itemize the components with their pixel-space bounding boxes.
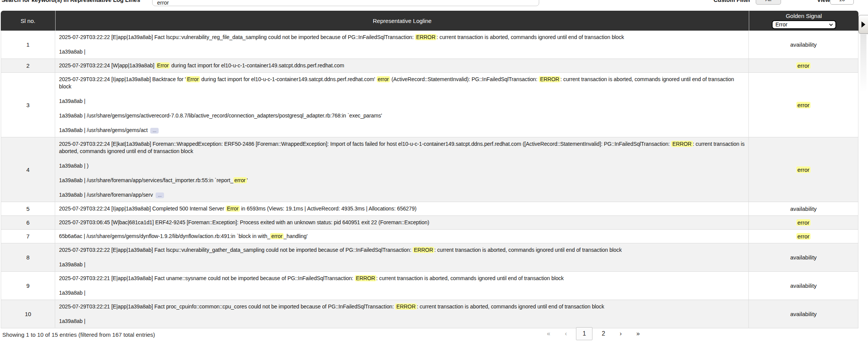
keyword-highlight: error — [796, 102, 811, 108]
table-row: 32025-07-29T03:22:24 [I|app|1a39a8ab] Ba… — [1, 73, 858, 137]
keyword-highlight: Error — [156, 62, 170, 68]
table-row: 52025-07-29T03:22:24 [I|app|1a39a8ab] Co… — [1, 202, 858, 216]
row-serial-number: 4 — [1, 137, 55, 202]
scroll-shade — [860, 34, 866, 92]
log-table-body: 12025-07-29T03:22:22 [E|app|1a39a8ab] Fa… — [1, 31, 858, 328]
golden-signal-value: error — [749, 73, 858, 137]
keyword-search-input[interactable] — [152, 0, 539, 6]
table-header-row: Sl no. Representative Logline Golden Sig… — [1, 11, 858, 31]
row-serial-number: 2 — [1, 59, 55, 73]
page-size-select[interactable]: 10 — [830, 0, 854, 5]
golden-signal-filter-value: Error — [776, 21, 788, 28]
golden-signal-value: availability — [749, 31, 858, 59]
row-serial-number: 1 — [1, 31, 55, 59]
pagination-prev-button[interactable]: ‹ — [560, 327, 572, 340]
keyword-highlight: ERROR — [395, 303, 417, 310]
row-serial-number: 3 — [1, 73, 55, 137]
row-serial-number: 9 — [1, 272, 55, 300]
row-serial-number: 5 — [1, 202, 55, 216]
view-label: View — [817, 0, 830, 3]
expand-log-ellipsis-button[interactable]: ... — [150, 128, 159, 134]
keyword-highlight: Error — [226, 205, 240, 212]
table-row: 82025-07-29T03:22:22 [E|app|1a39a8ab] Fa… — [1, 243, 858, 272]
expand-log-ellipsis-button[interactable]: ... — [156, 192, 164, 198]
log-table: Sl no. Representative Logline Golden Sig… — [1, 11, 858, 328]
representative-logline-cell: 2025-07-29T03:22:21 [E|app|1a39a8ab] Fac… — [55, 272, 749, 300]
pagination: « ‹ 1 2 › » — [540, 327, 647, 340]
column-header-logline[interactable]: Representative Logline — [55, 11, 749, 31]
page-size-value: 10 — [839, 0, 845, 2]
representative-logline-cell: 2025-07-29T03:22:22 [E|app|1a39a8ab] Fac… — [55, 31, 749, 59]
golden-signal-value: availability — [749, 272, 858, 300]
golden-signal-value: availability — [749, 202, 858, 216]
representative-logline-cell: 2025-07-29T03:22:24 [E|kat|1a39a8ab] For… — [55, 137, 749, 202]
golden-signal-value: error — [749, 137, 858, 202]
keyword-highlight: error — [377, 76, 390, 82]
keyword-highlight: error — [233, 177, 247, 183]
search-label: Search for keyword(s) in Representative … — [2, 0, 140, 3]
entries-info: Showing 1 to 10 of 15 entries (filtered … — [2, 331, 155, 338]
pagination-page-1-button[interactable]: 1 — [576, 327, 592, 340]
custom-filter-dropdown[interactable]: All — [756, 0, 781, 5]
row-serial-number: 7 — [1, 230, 55, 243]
table-row: 102025-07-29T03:22:21 [E|app|1a39a8ab] F… — [1, 300, 858, 328]
keyword-highlight: ERROR — [355, 275, 376, 281]
custom-filter-value: All — [765, 0, 771, 2]
pagination-next-button[interactable]: › — [614, 327, 627, 340]
chevron-down-icon — [829, 22, 833, 26]
log-explorer-page: Search for keyword(s) in Representative … — [0, 0, 868, 349]
golden-signal-value: availability — [749, 300, 858, 328]
keyword-highlight: ERROR — [413, 247, 434, 253]
keyword-highlight: error — [796, 219, 811, 226]
keyword-highlight: error — [796, 166, 811, 173]
table-row: 12025-07-29T03:22:22 [E|app|1a39a8ab] Fa… — [1, 31, 858, 59]
row-serial-number: 10 — [1, 300, 55, 328]
representative-logline-cell: 2025-07-29T03:06:45 [W|bac|681ca1d1] ERF… — [55, 216, 749, 230]
pagination-page-2-button[interactable]: 2 — [596, 327, 610, 340]
representative-logline-cell: 2025-07-29T03:22:21 [E|app|1a39a8ab] Fac… — [55, 300, 749, 328]
row-serial-number: 8 — [1, 243, 55, 272]
representative-logline-cell: 2025-07-29T03:22:22 [E|app|1a39a8ab] Fac… — [55, 243, 749, 272]
table-row: 765b6a6ac | /usr/share/gems/gems/dynflow… — [1, 230, 858, 243]
table-row: 92025-07-29T03:22:21 [E|app|1a39a8ab] Fa… — [1, 272, 858, 300]
keyword-highlight: error — [270, 233, 284, 239]
keyword-highlight: ERROR — [671, 141, 692, 147]
keyword-highlight: error — [796, 233, 811, 240]
column-header-sl-no[interactable]: Sl no. — [1, 11, 55, 31]
custom-filter-label: Custom Filter — [714, 0, 751, 3]
keyword-highlight: error — [796, 62, 811, 69]
representative-logline-cell: 65b6a6ac | /usr/share/gems/gems/dynflow-… — [55, 230, 749, 243]
keyword-highlight: ERROR — [415, 34, 436, 40]
keyword-highlight: ERROR — [539, 76, 560, 82]
table-row: 62025-07-29T03:06:45 [W|bac|681ca1d1] ER… — [1, 216, 858, 230]
representative-logline-cell: 2025-07-29T03:22:24 [W|app|1a39a8ab] Err… — [55, 59, 749, 73]
table-row: 42025-07-29T03:22:24 [E|kat|1a39a8ab] Fo… — [1, 137, 858, 202]
row-serial-number: 6 — [1, 216, 55, 230]
golden-signal-value: error — [749, 230, 858, 243]
golden-signal-filter-select[interactable]: Error — [772, 20, 836, 29]
golden-signal-value: availability — [749, 243, 858, 272]
expand-side-panel-button[interactable] — [858, 15, 868, 34]
pagination-first-button[interactable]: « — [541, 327, 556, 340]
table-row: 22025-07-29T03:22:24 [W|app|1a39a8ab] Er… — [1, 59, 858, 73]
golden-signal-value: error — [749, 216, 858, 230]
golden-signal-value: error — [749, 59, 858, 73]
play-right-icon — [861, 21, 865, 28]
column-header-golden-signal: Golden Signal Error — [749, 11, 858, 31]
keyword-highlight: Error — [186, 76, 200, 82]
golden-signal-title: Golden Signal — [786, 13, 822, 19]
representative-logline-cell: 2025-07-29T03:22:24 [I|app|1a39a8ab] Bac… — [55, 73, 749, 137]
representative-logline-cell: 2025-07-29T03:22:24 [I|app|1a39a8ab] Com… — [55, 202, 749, 216]
pagination-last-button[interactable]: » — [631, 327, 645, 340]
